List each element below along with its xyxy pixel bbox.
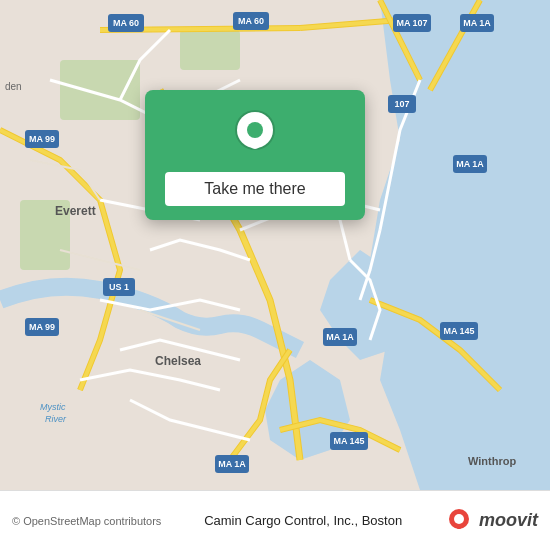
popup-card[interactable]: Take me there [145, 90, 365, 220]
moovit-logo: moovit [445, 507, 538, 535]
take-me-there-button[interactable]: Take me there [165, 172, 345, 206]
moovit-brand-text: moovit [479, 510, 538, 531]
moovit-pin-icon [445, 507, 473, 535]
svg-text:MA 145: MA 145 [443, 326, 474, 336]
svg-text:den: den [5, 81, 22, 92]
svg-text:MA 99: MA 99 [29, 322, 55, 332]
svg-text:Everett: Everett [55, 204, 96, 218]
bottom-bar: © OpenStreetMap contributors Camin Cargo… [0, 490, 550, 550]
svg-text:US 1: US 1 [109, 282, 129, 292]
location-info: Camin Cargo Control, Inc., Boston [161, 513, 445, 528]
svg-text:Chelsea: Chelsea [155, 354, 201, 368]
svg-marker-1 [370, 0, 550, 490]
svg-text:MA 1A: MA 1A [218, 459, 246, 469]
svg-text:MA 1A: MA 1A [326, 332, 354, 342]
svg-rect-5 [180, 30, 240, 70]
svg-text:MA 1A: MA 1A [456, 159, 484, 169]
location-pin-icon [228, 108, 282, 162]
svg-point-51 [247, 122, 263, 138]
svg-text:MA 60: MA 60 [113, 18, 139, 28]
svg-text:MA 99: MA 99 [29, 134, 55, 144]
svg-text:River: River [45, 414, 67, 424]
svg-rect-4 [60, 60, 140, 120]
svg-text:MA 1A: MA 1A [463, 18, 491, 28]
svg-text:Mystic: Mystic [40, 402, 66, 412]
svg-point-53 [454, 514, 464, 524]
location-name: Camin Cargo Control, Inc. [204, 513, 354, 528]
svg-text:MA 145: MA 145 [333, 436, 364, 446]
map-container: MA 60 MA 60 MA 107 107 MA 1A MA 1A US 1 … [0, 0, 550, 490]
map-attribution: © OpenStreetMap contributors [12, 515, 161, 527]
svg-text:MA 107: MA 107 [396, 18, 427, 28]
svg-text:MA 60: MA 60 [238, 16, 264, 26]
city-name: Boston [362, 513, 402, 528]
svg-text:107: 107 [394, 99, 409, 109]
svg-text:Winthrop: Winthrop [468, 455, 516, 467]
